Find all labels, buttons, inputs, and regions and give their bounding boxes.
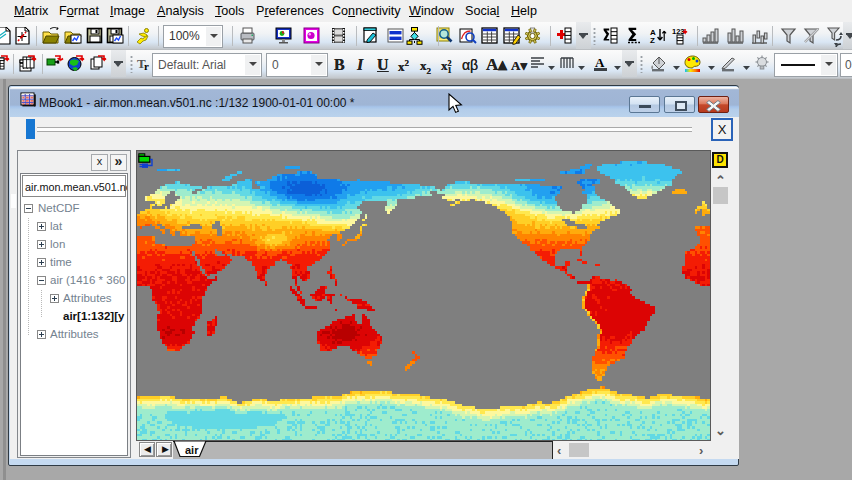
svg-text:Z: Z bbox=[650, 36, 655, 45]
svg-text:A: A bbox=[595, 55, 605, 70]
svg-text:r: r bbox=[144, 60, 149, 72]
